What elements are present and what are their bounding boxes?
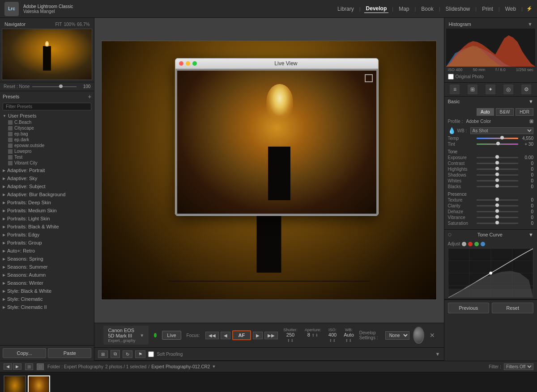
tone-curve-header[interactable]: ⬡ Tone Curve ▼ bbox=[444, 230, 537, 240]
preset-epowar[interactable]: epowar.outside bbox=[0, 143, 94, 148]
crop-tool[interactable]: ⊞ bbox=[468, 84, 477, 94]
zoom2-label[interactable]: 66.7% bbox=[77, 22, 90, 27]
preset-cityscape[interactable]: Cityscape bbox=[0, 125, 94, 131]
live-button[interactable]: Live bbox=[162, 331, 181, 340]
user-presets-header[interactable]: ▼ User Presets bbox=[0, 112, 94, 119]
preset-group-header[interactable]: ▶ Auto+: Retro bbox=[0, 247, 94, 254]
view-rotate-btn[interactable]: ↻ bbox=[123, 350, 132, 358]
chevron-down-icon[interactable]: ▼ bbox=[140, 333, 144, 338]
vibrance-slider[interactable] bbox=[477, 217, 519, 218]
iso-stepper[interactable]: ⬆⬇ bbox=[329, 338, 336, 343]
copy-button[interactable]: Copy... bbox=[3, 348, 46, 358]
original-photo-checkbox[interactable] bbox=[448, 74, 454, 80]
file-name[interactable]: Expert Photography-012.CR2 bbox=[151, 364, 210, 369]
masking-tool[interactable]: ◎ bbox=[503, 84, 513, 94]
view-flag-btn[interactable]: ⚑ bbox=[135, 350, 145, 358]
nav-slideshow[interactable]: Slideshow bbox=[444, 5, 472, 13]
temp-slider-thumb[interactable] bbox=[500, 136, 504, 139]
tc-channel-bw[interactable] bbox=[462, 242, 466, 246]
dehaze-slider[interactable] bbox=[477, 211, 519, 212]
texture-slider[interactable] bbox=[477, 199, 519, 201]
preset-lowepro[interactable]: Lowepro bbox=[0, 148, 94, 154]
hdr-btn[interactable]: HDR bbox=[516, 108, 533, 116]
filter-select[interactable]: Filters Off bbox=[504, 363, 533, 370]
blacks-thumb[interactable] bbox=[495, 184, 499, 188]
navigator-header[interactable]: Navigator FIT 100% 66.7% bbox=[2, 20, 92, 29]
preset-group-header[interactable]: ▶ Style: Cinematic bbox=[0, 295, 94, 303]
preset-group-header[interactable]: ▶ Adaptive: Blur Background bbox=[0, 191, 94, 198]
develop-settings-select[interactable]: None bbox=[385, 331, 409, 340]
shadows-thumb[interactable] bbox=[495, 173, 499, 176]
eyedropper-icon[interactable]: 💧 bbox=[448, 127, 456, 134]
minimize-traffic-light[interactable] bbox=[186, 61, 190, 66]
whites-thumb[interactable] bbox=[495, 178, 499, 182]
develop-dial[interactable] bbox=[413, 327, 424, 344]
highlights-slider[interactable] bbox=[477, 169, 519, 170]
highlights-thumb[interactable] bbox=[495, 167, 499, 170]
view-grid-btn[interactable]: ⊞ bbox=[98, 350, 108, 358]
focus-next-next-btn[interactable]: ▶▶ bbox=[264, 332, 278, 339]
preset-group-header[interactable]: ▶ Portraits: Group bbox=[0, 239, 94, 246]
preset-ep-dark[interactable]: ep.dark bbox=[0, 137, 94, 143]
exposure-thumb[interactable] bbox=[495, 155, 499, 159]
dehaze-thumb[interactable] bbox=[495, 209, 499, 213]
nav-back-btn[interactable]: ◀ bbox=[4, 363, 12, 370]
reset-button[interactable]: Reset bbox=[492, 303, 533, 313]
preset-ep-bag[interactable]: ep.bag bbox=[0, 131, 94, 137]
preset-group-header[interactable]: ▶ Seasons: Winter bbox=[0, 279, 94, 287]
nav-print[interactable]: Print bbox=[480, 5, 495, 13]
shutter-stepper[interactable]: ⬆⬇ bbox=[287, 338, 294, 343]
preset-group-header[interactable]: ▶ Portraits: Edgy bbox=[0, 231, 94, 238]
af-button[interactable]: AF bbox=[232, 330, 251, 340]
nav-book[interactable]: Book bbox=[419, 5, 435, 13]
whites-slider[interactable] bbox=[477, 180, 519, 181]
close-traffic-light[interactable] bbox=[179, 61, 183, 66]
preset-group-header[interactable]: ▶ Style: Black & White bbox=[0, 287, 94, 295]
preset-group-header[interactable]: ▶ Portraits: Deep Skin bbox=[0, 199, 94, 206]
tint-slider[interactable] bbox=[477, 143, 519, 145]
amount-slider[interactable] bbox=[32, 86, 77, 87]
previous-button[interactable]: Previous bbox=[448, 303, 490, 313]
view-mode-grid[interactable]: ⊞ bbox=[25, 363, 33, 370]
wb-stepper[interactable]: ⬆⬇ bbox=[345, 338, 352, 343]
clarity-slider[interactable] bbox=[477, 205, 519, 207]
preset-group-header[interactable]: ▶ Adaptive: Subject bbox=[0, 183, 94, 190]
saturation-slider[interactable] bbox=[477, 223, 519, 224]
nav-map[interactable]: Map bbox=[397, 5, 411, 13]
wb-select[interactable]: As Shot bbox=[470, 127, 534, 134]
preset-group-header[interactable]: ▶ Adaptive: Portrait bbox=[0, 167, 94, 174]
histogram-collapse-icon[interactable]: ▼ bbox=[528, 21, 533, 27]
healing-tool[interactable]: ✦ bbox=[486, 84, 495, 94]
basic-header[interactable]: Basic ▼ bbox=[444, 97, 537, 106]
preset-c-beach[interactable]: C.Beach bbox=[0, 119, 94, 125]
maximize-traffic-light[interactable] bbox=[192, 61, 197, 66]
nav-develop[interactable]: Develop bbox=[364, 4, 389, 13]
preset-group-header[interactable]: ▶ Portraits: Medium Skin bbox=[0, 207, 94, 214]
bw-btn[interactable]: B&W bbox=[496, 108, 514, 116]
preset-test[interactable]: Test bbox=[0, 154, 94, 160]
blacks-slider[interactable] bbox=[477, 186, 519, 187]
view-mode-loupe[interactable]: □ bbox=[37, 363, 44, 370]
focus-next-btn[interactable]: ▶ bbox=[253, 332, 263, 339]
preset-group-header[interactable]: ▶ Portraits: Black & White bbox=[0, 223, 94, 230]
tint-slider-thumb[interactable] bbox=[496, 142, 500, 145]
contrast-slider[interactable] bbox=[477, 163, 519, 164]
soft-proofing-checkbox[interactable] bbox=[148, 351, 154, 357]
file-chevron-icon[interactable]: ▼ bbox=[212, 364, 216, 369]
filmstrip-thumb-2[interactable] bbox=[28, 375, 50, 392]
toolbar-right-icon[interactable]: ▼ bbox=[435, 351, 440, 357]
grid-icon[interactable]: ⊞ bbox=[529, 118, 533, 124]
zoom1-label[interactable]: 100% bbox=[64, 22, 75, 27]
presets-header[interactable]: Presets + bbox=[0, 91, 94, 102]
tc-channel-blue[interactable] bbox=[481, 242, 485, 246]
preset-group-header[interactable]: ▶ Seasons: Autumn bbox=[0, 271, 94, 278]
clarity-thumb[interactable] bbox=[495, 203, 499, 207]
vibrance-thumb[interactable] bbox=[495, 215, 499, 219]
auto-btn[interactable]: Auto bbox=[477, 108, 494, 116]
preset-group-header[interactable]: ▶ Style: Cinematic II bbox=[0, 303, 94, 311]
develop-presets-tool[interactable]: ≡ bbox=[450, 84, 460, 94]
tone-curve-canvas[interactable] bbox=[448, 248, 534, 297]
filmstrip-thumb-1[interactable] bbox=[4, 375, 26, 392]
fit-label[interactable]: FIT bbox=[55, 22, 62, 27]
texture-thumb[interactable] bbox=[495, 198, 499, 201]
